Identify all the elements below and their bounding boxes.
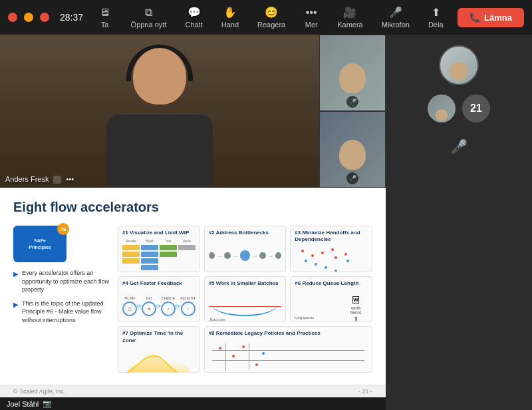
bullet-arrow-2: ▶ (13, 300, 19, 325)
grid-cell-7: #7 Optimize Time 'In the Zone' (118, 326, 200, 373)
grid-cell-5: #5 Work in Smaller Batches Batch size (204, 276, 287, 323)
participant-count: 21 (462, 95, 490, 122)
cell-5-title: #5 Work in Smaller Batches (209, 280, 282, 287)
slide-footer: © Scaled Agile, Inc. - 21 - (0, 385, 386, 397)
grid-cell-3: #3 Minimize Handoffs and Dependencies (290, 226, 372, 272)
cell-8-title: #8 Remediate Legacy Policies and Practic… (209, 330, 368, 337)
thumb-video-1: 🎤 (319, 35, 386, 111)
cell-6-content: Long queues W workitems (295, 290, 368, 322)
more-icon: ••• (304, 7, 319, 19)
thumb-person-1 (339, 63, 366, 93)
bullet-arrow-1: ▶ (13, 270, 19, 294)
footer-copyright: © Scaled Agile, Inc. (13, 388, 65, 395)
name-pin-icon (53, 176, 61, 184)
cell-2-content: → → → → (209, 239, 282, 272)
thumb-person-2 (339, 140, 366, 170)
cell-1-title: #1 Visualize and Limit WIP (122, 230, 196, 236)
close-button[interactable] (8, 13, 17, 22)
nav-controls: 🖥 Ta ⧉ Öppna nytt 💬 Chatt ✋ Hand 😊 Reage… (88, 7, 452, 29)
cell-3-content (295, 246, 368, 272)
cell-3-title: #3 Minimize Handoffs and Dependencies (295, 230, 368, 244)
main-area: Anders Fresk ••• 🎤 🎤 (0, 35, 532, 410)
batch-visual: Batch size (209, 290, 282, 322)
small-avatar (428, 95, 456, 122)
call-timer: 28:37 (60, 12, 83, 23)
nav-hand[interactable]: ✋ Hand (221, 7, 239, 29)
top-bar-right: 📞 Lämna (458, 8, 524, 27)
presentation-area: Eight flow accelerators SAFePrinciples #… (0, 188, 386, 397)
slide-grid: #1 Visualize and Limit WIP Review (118, 226, 372, 373)
video-thumbnails: 🎤 🎤 (319, 35, 386, 188)
right-sidebar: 21 🎤 (386, 35, 532, 410)
nav-chatt[interactable]: 💬 Chatt (185, 7, 202, 29)
mute-indicator-2: 🎤 (346, 172, 358, 184)
queue-visual: Long queues W workitems (295, 290, 368, 322)
cell-4-content: PLAN 📋 ⟳ DO ⚙ ⟳ (122, 290, 196, 322)
window-controls: 28:37 (8, 12, 83, 23)
nav-kamera[interactable]: 🎥 Kamera (337, 7, 363, 29)
slide-container: Eight flow accelerators SAFePrinciples #… (0, 188, 386, 385)
zone-visual (122, 347, 196, 373)
bullet-points: ▶ Every accelerator offers an opportunit… (13, 269, 110, 325)
nav-mer[interactable]: ••• Mer (304, 7, 319, 29)
page-number: - 21 - (358, 388, 372, 395)
safe-principles-box: SAFePrinciples #6 (13, 226, 66, 262)
camera-icon-bottom: 📷 (43, 399, 52, 408)
bullet-1: ▶ Every accelerator offers an opportunit… (13, 269, 110, 294)
window-icon: ⧉ (141, 7, 156, 19)
remediate-visual (209, 340, 368, 373)
avatar-head (450, 62, 468, 81)
hand-icon: ✋ (223, 7, 237, 19)
slide-title: Eight flow accelerators (13, 200, 372, 215)
speaker-body (106, 114, 213, 188)
nav-oppna[interactable]: ⧉ Öppna nytt (131, 7, 167, 29)
slide-left-column: SAFePrinciples #6 ▶ Every accelerator of… (13, 226, 110, 373)
nav-ta[interactable]: 🖥 Ta (98, 7, 112, 29)
camera-icon: 🎥 (342, 7, 357, 19)
speaker-video-bg (0, 35, 319, 188)
wip-col-3: Test (160, 239, 177, 257)
cell-1-content: Review Build (122, 239, 196, 272)
react-icon: 😊 (264, 7, 279, 19)
wip-col-4: Done (178, 239, 196, 250)
bottleneck-visual: → → → → (209, 239, 282, 272)
cell-4-title: #4 Get Faster Feedback (122, 280, 196, 287)
mute-icon: 🎤 (451, 138, 467, 154)
nav-dela[interactable]: ⬆ Dela (428, 7, 444, 29)
chat-icon: 💬 (187, 7, 201, 19)
cell-2-title: #2 Address Bottlenecks (209, 230, 282, 236)
video-panel: Anders Fresk ••• 🎤 🎤 (0, 35, 386, 410)
wip-col-1: Review (122, 239, 140, 264)
mute-indicator-1: 🎤 (346, 96, 358, 108)
main-video: Anders Fresk ••• (0, 35, 319, 188)
cell-7-content (122, 347, 196, 373)
phone-icon: 📞 (469, 13, 480, 23)
nav-mikrofon[interactable]: 🎤 Mikrofon (382, 7, 410, 29)
grid-cell-2: #2 Address Bottlenecks → → → (204, 226, 287, 272)
handoffs-visual (295, 246, 368, 272)
top-bar: 28:37 🖥 Ta ⧉ Öppna nytt 💬 Chatt ✋ Hand 😊… (0, 0, 532, 35)
screen-icon: 🖥 (98, 7, 112, 19)
cell-6-title: #6 Reduce Queue Length (295, 280, 368, 287)
thumb-video-2: 🎤 (319, 111, 386, 188)
local-user-name: Joel Ståhl (7, 400, 39, 408)
svg-marker-0 (126, 355, 179, 373)
safe-label: SAFePrinciples (29, 238, 51, 250)
grid-cell-6: #6 Reduce Queue Length Long queues (290, 276, 372, 323)
leave-button[interactable]: 📞 Lämna (458, 8, 524, 27)
wip-visual: Review Build (122, 239, 196, 270)
record-indicator (40, 13, 49, 22)
mic-icon: 🎤 (388, 7, 403, 19)
zone-chart (126, 350, 182, 373)
speaker-name-label: Anders Fresk ••• (5, 175, 74, 184)
grid-cell-8: #8 Remediate Legacy Policies and Practic… (204, 326, 372, 373)
cell-5-content: Batch size (209, 290, 282, 322)
main-avatar (439, 45, 479, 85)
minimize-button[interactable] (24, 13, 33, 22)
small-avatar-head (436, 109, 448, 121)
bottom-name-bar: Joel Ståhl 📷 (0, 397, 386, 410)
video-grid: Anders Fresk ••• 🎤 🎤 (0, 35, 386, 188)
bullet-2: ▶ This is the topic of the updated Princ… (13, 300, 110, 325)
safe-badge: #6 (57, 223, 69, 235)
nav-reagera[interactable]: 😊 Reagera (257, 7, 285, 29)
